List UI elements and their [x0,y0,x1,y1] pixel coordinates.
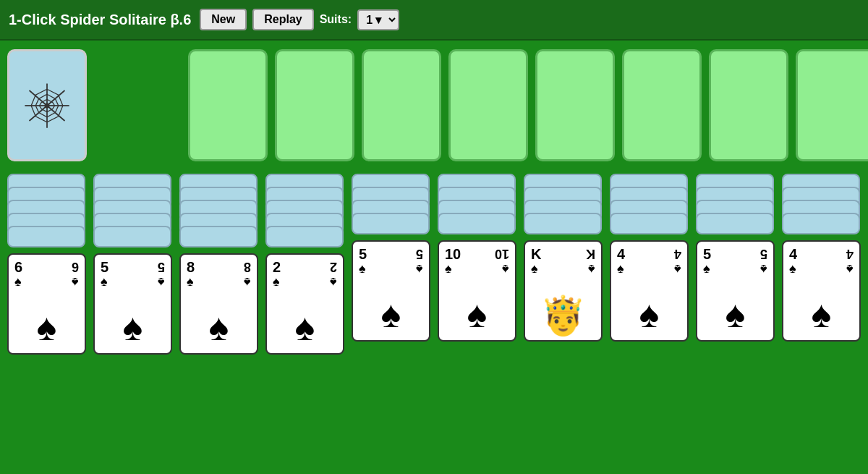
face-down-card [696,213,774,234]
card-suit-top: ♠ [187,275,194,289]
card-rank-right: 4 ♠ [846,246,854,276]
card-rank-right: K ♠ [586,246,595,276]
fd-stack-0 [7,174,86,250]
fd-stack-2 [179,174,258,250]
card-center-suit: ♠ [209,308,229,346]
foundation-0[interactable] [188,49,268,161]
face-down-card [179,226,258,247]
card-rank-right: 5 ♠ [158,259,165,289]
fd-stack-6 [524,174,603,237]
column-4: 5 ♠ 5 ♠ ♠ [352,174,430,342]
card-rank-right: 6 ♠ [72,259,79,289]
face-down-card [438,213,516,234]
foundation-4[interactable] [535,49,615,161]
face-up-card[interactable]: 8 ♠ 8 ♠ ♠ [179,253,258,355]
card-rank-right: 5 ♠ [760,246,767,276]
column-6: K ♠ K ♠ 🤴 [524,174,603,342]
column-5: 10 ♠ 10 ♠ ♠ [438,174,516,342]
foundation-6[interactable] [709,49,788,161]
face-up-card[interactable]: K ♠ K ♠ 🤴 [524,240,603,342]
column-3: 2 ♠ 2 ♠ ♠ [265,174,344,355]
foundation-5[interactable] [622,49,702,161]
suits-label: Suits: [320,13,352,26]
card-rank: 4 [789,246,797,262]
fd-stack-8 [696,174,775,237]
card-rank: 5 [703,246,711,262]
new-button[interactable]: New [200,9,247,30]
face-down-card [265,226,344,247]
card-rank: 5 [101,259,109,275]
card-rank-right: 5 ♠ [416,246,423,276]
game-title: 1-Click Spider Solitaire β.6 [9,12,191,28]
tableau: 6 ♠ 6 ♠ ♠ 5 ♠ [7,174,861,355]
card-center-suit: ♠ [812,295,832,333]
foundation-2[interactable] [362,49,441,161]
card-rank-right: 8 ♠ [244,259,251,289]
suits-select[interactable]: 1 ▾ 2 4 [357,9,399,30]
card-rank-right: 2 ♠ [330,259,337,289]
foundation-3[interactable] [448,49,528,161]
card-rank: K [531,246,541,262]
face-up-card[interactable]: 10 ♠ 10 ♠ ♠ [438,240,516,342]
svg-point-11 [45,103,50,108]
fd-stack-1 [93,174,172,250]
foundation-7[interactable] [796,49,868,161]
face-up-card[interactable]: 6 ♠ 6 ♠ ♠ [7,253,86,355]
card-rank: 10 [445,246,461,262]
face-down-card [524,213,602,234]
column-1: 5 ♠ 5 ♠ ♠ [93,174,172,355]
game-area: 6 ♠ 6 ♠ ♠ 5 ♠ [0,41,868,474]
face-down-card [610,213,688,234]
card-center-suit: ♠ [295,308,315,346]
column-7: 4 ♠ 4 ♠ ♠ [610,174,689,342]
face-down-card [352,213,430,234]
card-center-suit: ♠ [467,295,488,333]
column-8: 5 ♠ 5 ♠ ♠ [696,174,775,342]
face-down-card [782,213,860,234]
card-rank: 6 [14,259,22,275]
fd-stack-7 [610,174,689,237]
column-9: 4 ♠ 4 ♠ ♠ [782,174,861,342]
card-rank: 5 [359,246,367,262]
face-up-card[interactable]: 5 ♠ 5 ♠ ♠ [352,240,430,342]
face-up-card[interactable]: 5 ♠ 5 ♠ ♠ [93,253,172,355]
face-up-card[interactable]: 4 ♠ 4 ♠ ♠ [782,240,861,342]
king-emoji: 🤴 [540,297,587,334]
foundation-1[interactable] [275,49,354,161]
face-up-card[interactable]: 4 ♠ 4 ♠ ♠ [610,240,689,342]
card-suit-top: ♠ [445,262,452,276]
card-rank: 8 [187,259,195,275]
face-down-card [7,226,85,247]
card-rank-right: 10 ♠ [495,246,509,276]
card-center-suit: ♠ [123,308,143,346]
card-rank-right: 4 ♠ [674,246,681,276]
card-rank: 2 [273,259,281,275]
column-0: 6 ♠ 6 ♠ ♠ [7,174,86,355]
replay-button[interactable]: Replay [252,9,313,30]
fd-stack-3 [265,174,344,250]
card-suit-top: ♠ [703,262,710,276]
stock-pile[interactable] [7,49,87,161]
face-down-card [93,226,171,247]
top-row [7,49,861,165]
card-center-suit: ♠ [726,295,746,333]
card-suit-top: ♠ [14,275,22,289]
card-center-suit: ♠ [639,295,660,333]
fd-stack-4 [352,174,430,237]
column-2: 8 ♠ 8 ♠ ♠ [179,174,258,355]
card-rank: 4 [617,246,625,262]
face-up-card[interactable]: 2 ♠ 2 ♠ ♠ [265,253,344,355]
card-suit-top: ♠ [617,262,624,276]
card-suit-top: ♠ [273,275,280,289]
card-suit-top: ♠ [101,275,108,289]
card-center-suit: ♠ [381,295,401,333]
card-center-suit: ♠ [37,308,57,346]
card-suit-top: ♠ [789,262,796,276]
fd-stack-5 [438,174,516,237]
fd-stack-9 [782,174,861,237]
card-suit-top: ♠ [531,262,538,276]
card-suit-top: ♠ [359,262,366,276]
face-up-card[interactable]: 5 ♠ 5 ♠ ♠ [696,240,775,342]
